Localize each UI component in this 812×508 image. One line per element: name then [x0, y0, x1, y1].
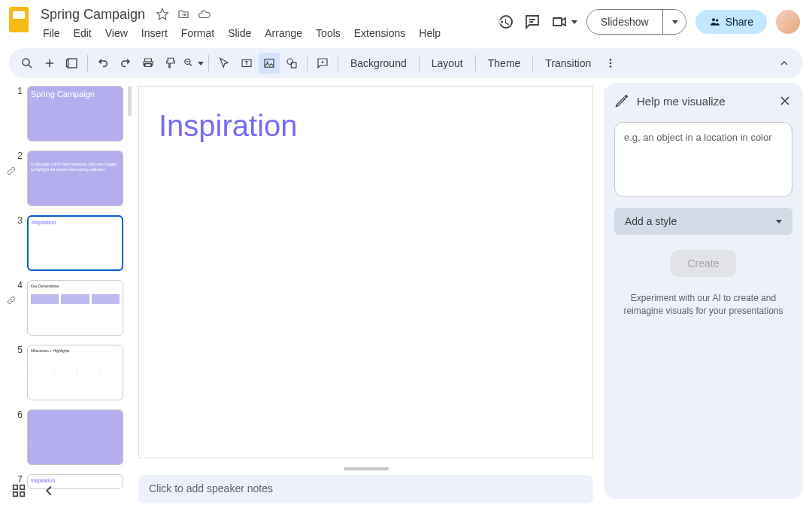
slide-number: 5 — [8, 345, 23, 400]
slide-thumb-4[interactable]: Key Deliverables ········· — [27, 280, 123, 336]
svg-point-11 — [610, 59, 612, 61]
style-label: Add a style — [625, 215, 677, 227]
templates-icon[interactable] — [62, 53, 83, 74]
paint-icon[interactable] — [160, 53, 181, 74]
thumb-title: Spring Campaign — [31, 90, 120, 99]
svg-point-12 — [610, 62, 612, 65]
camera-icon — [550, 13, 568, 31]
search-icon[interactable] — [17, 53, 38, 74]
thumb-text: A campaign full of fresh tomatoes, bold … — [31, 162, 120, 172]
slide-number: 1 — [8, 86, 23, 141]
redo-icon[interactable] — [115, 53, 136, 74]
slide-panel: 1 Spring Campaign 2 A campaign full of f… — [0, 78, 134, 508]
menu-tools[interactable]: Tools — [311, 24, 346, 42]
avatar[interactable] — [776, 10, 800, 34]
menu-slide[interactable]: Slide — [223, 24, 256, 42]
slideshow-button-group: Slideshow — [586, 9, 686, 35]
slide-thumb-6[interactable]: ··· — [27, 409, 123, 465]
slideshow-button[interactable]: Slideshow — [587, 10, 663, 34]
panel-scrollbar[interactable] — [128, 86, 132, 116]
canvas-title[interactable]: Inspiration — [159, 109, 573, 143]
menu-file[interactable]: File — [38, 24, 65, 42]
svg-point-9 — [287, 59, 293, 65]
toolbar: Background Layout Theme Transition — [9, 48, 803, 78]
history-icon[interactable] — [496, 13, 514, 31]
menu-extensions[interactable]: Extensions — [349, 24, 411, 42]
menu-format[interactable]: Format — [176, 24, 220, 42]
slide-thumb-3[interactable]: Inspiration — [27, 215, 123, 271]
menu-help[interactable]: Help — [414, 24, 446, 42]
panel-title: Help me visualize — [637, 95, 770, 108]
menu-bar: File Edit View Insert Format Slide Arran… — [38, 24, 496, 42]
thumb-title: Milestones + Highlights — [31, 348, 120, 353]
link-icon — [6, 295, 17, 306]
grid-view-icon[interactable] — [11, 482, 27, 499]
thumb-title: Inspiration — [32, 220, 119, 225]
background-button[interactable]: Background — [343, 53, 414, 74]
prompt-input[interactable]: e.g. an object in a location in color — [614, 122, 792, 197]
comments-icon[interactable] — [523, 13, 541, 31]
chevron-left-icon[interactable] — [41, 482, 57, 499]
print-icon[interactable] — [138, 53, 159, 74]
more-icon[interactable] — [600, 53, 621, 74]
svg-point-1 — [716, 19, 718, 21]
collapse-toolbar-icon[interactable] — [773, 52, 795, 75]
select-icon[interactable] — [214, 53, 235, 74]
svg-rect-17 — [20, 492, 25, 497]
speaker-notes[interactable]: Click to add speaker notes — [138, 475, 593, 503]
link-icon — [6, 166, 17, 176]
svg-rect-15 — [20, 485, 25, 490]
svg-point-2 — [23, 59, 29, 65]
new-slide-icon[interactable] — [39, 53, 60, 74]
shape-icon[interactable] — [281, 53, 302, 74]
cloud-icon[interactable] — [198, 8, 211, 21]
move-icon[interactable] — [177, 8, 190, 21]
slide-number: 6 — [8, 409, 23, 465]
svg-rect-4 — [67, 60, 68, 67]
doc-title[interactable]: Spring Campaign — [38, 6, 148, 23]
svg-point-13 — [610, 65, 612, 68]
svg-rect-14 — [14, 485, 18, 490]
slide-number: 3 — [8, 215, 23, 271]
slide-thumb-1[interactable]: Spring Campaign — [27, 86, 123, 141]
svg-rect-7 — [265, 59, 274, 68]
slide-canvas[interactable]: Inspiration — [138, 86, 593, 458]
comment-icon[interactable] — [312, 53, 333, 74]
zoom-dropdown[interactable] — [183, 53, 204, 74]
textbox-icon[interactable] — [236, 53, 257, 74]
notes-resize-handle[interactable] — [344, 467, 389, 470]
pencil-sparkle-icon — [614, 93, 629, 108]
style-dropdown[interactable]: Add a style — [614, 208, 792, 235]
menu-edit[interactable]: Edit — [68, 24, 97, 42]
panel-hint: Experiment with our AI to create and rei… — [614, 292, 792, 318]
slide-number: 4 — [8, 280, 23, 336]
transition-button[interactable]: Transition — [538, 53, 598, 74]
svg-rect-16 — [14, 492, 18, 497]
people-icon — [709, 16, 721, 28]
close-icon[interactable] — [777, 93, 792, 108]
menu-arrange[interactable]: Arrange — [259, 24, 308, 42]
menu-view[interactable]: View — [100, 24, 133, 42]
svg-point-0 — [712, 18, 715, 21]
thumb-title: Key Deliverables — [31, 284, 120, 288]
slide-number: 2 — [8, 151, 23, 206]
create-button: Create — [671, 250, 735, 277]
share-button[interactable]: Share — [695, 10, 767, 34]
svg-rect-3 — [68, 59, 77, 68]
meet-dropdown[interactable] — [550, 13, 577, 31]
image-icon[interactable] — [259, 53, 280, 74]
slides-logo[interactable] — [9, 6, 30, 33]
slideshow-dropdown[interactable] — [663, 10, 686, 34]
slide-thumb-2[interactable]: A campaign full of fresh tomatoes, bold … — [27, 151, 123, 206]
star-icon[interactable] — [156, 8, 169, 21]
visualize-panel: Help me visualize e.g. an object in a lo… — [604, 83, 803, 499]
undo-icon[interactable] — [92, 53, 114, 74]
theme-button[interactable]: Theme — [480, 53, 529, 74]
layout-button[interactable]: Layout — [424, 53, 471, 74]
share-label: Share — [726, 16, 753, 28]
slide-thumb-5[interactable]: Milestones + Highlights ················… — [27, 345, 123, 400]
menu-insert[interactable]: Insert — [136, 24, 173, 42]
